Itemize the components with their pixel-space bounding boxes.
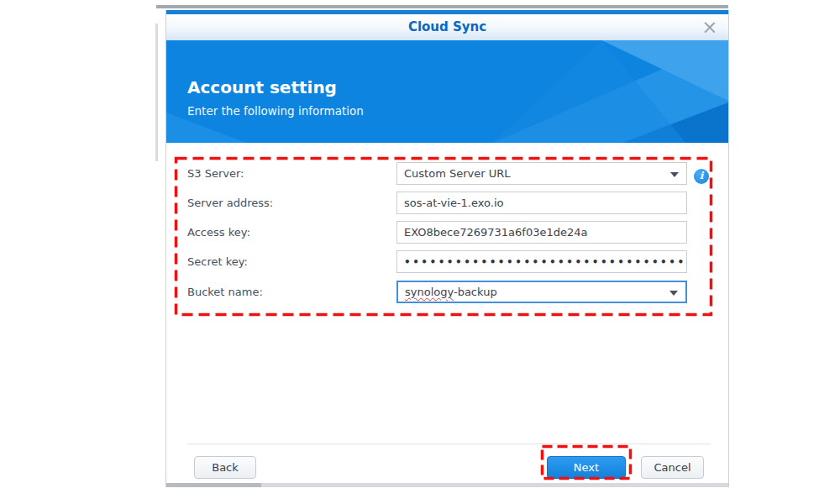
s3-server-label: S3 Server: <box>187 162 381 185</box>
cloud-sync-dialog: Cloud Sync × Account setting Enter the f… <box>165 10 729 487</box>
secret-key-masked-value: ••••••••••••••••••••••••••••••••••••••••… <box>404 256 687 268</box>
page-subtitle: Enter the following information <box>187 104 364 118</box>
dialog-titlebar: Cloud Sync × <box>166 14 728 40</box>
dialog-bottom-edge-dark-segment <box>166 483 261 487</box>
chevron-down-icon <box>670 172 679 177</box>
server-address-label: Server address: <box>187 192 381 214</box>
bucket-name-label: Bucket name: <box>187 281 381 303</box>
chevron-down-icon <box>669 291 678 296</box>
close-icon[interactable]: × <box>700 15 720 39</box>
wizard-header-banner: Account setting Enter the following info… <box>166 40 728 143</box>
server-address-value: sos-at-vie-1.exo.io <box>404 197 503 209</box>
bucket-name-value-rest: -backup <box>454 286 497 298</box>
s3-server-select[interactable]: Custom Server URL <box>396 162 687 185</box>
bucket-name-value-misspelled: synology <box>405 286 454 298</box>
secret-key-input[interactable]: ••••••••••••••••••••••••••••••••••••••••… <box>396 250 687 273</box>
background-window-top-edge <box>156 5 728 8</box>
access-key-label: Access key: <box>187 221 381 244</box>
server-address-input[interactable]: sos-at-vie-1.exo.io <box>396 192 687 214</box>
back-button[interactable]: Back <box>194 456 256 479</box>
access-key-value: EXO8bece7269731a6f03e1de24a <box>404 226 587 239</box>
background-window-left-edge <box>155 24 158 161</box>
cancel-button[interactable]: Cancel <box>641 456 704 479</box>
page-title: Account setting <box>187 77 337 97</box>
secret-key-label: Secret key: <box>187 250 381 273</box>
footer-divider <box>187 444 711 444</box>
info-icon[interactable]: i <box>694 169 709 184</box>
next-button[interactable]: Next <box>547 456 626 479</box>
dialog-title: Cloud Sync <box>166 14 728 40</box>
access-key-input[interactable]: EXO8bece7269731a6f03e1de24a <box>396 221 687 244</box>
s3-server-value: Custom Server URL <box>404 167 511 180</box>
bucket-name-select[interactable]: synology-backup <box>396 281 687 303</box>
dialog-bottom-edge <box>166 483 728 487</box>
